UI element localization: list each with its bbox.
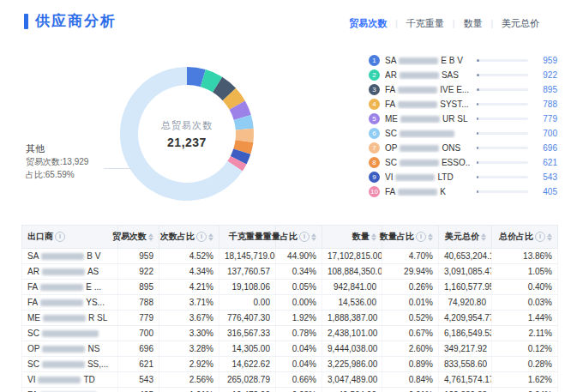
exporter-link[interactable]: MER SL (22, 311, 118, 326)
exporter-link[interactable]: FAYS... (22, 295, 118, 311)
table-cell: 4,761,574.17 (439, 372, 492, 388)
table-cell: 4.21% (159, 280, 219, 295)
legend-item[interactable]: 2ARSAS922 (369, 69, 557, 81)
info-icon[interactable]: i (196, 232, 207, 242)
legend-item[interactable]: 1SAE B V959 (369, 55, 557, 66)
table-cell: 779 (118, 311, 159, 326)
legend-value: 779 (535, 114, 557, 124)
column-header-1: 出口商i (22, 226, 118, 249)
info-icon[interactable]: i (55, 232, 65, 242)
legend-bar-fill (477, 161, 478, 164)
redacted-text (42, 268, 85, 275)
exporter-link[interactable]: SAB V (22, 249, 118, 264)
donut-segment-rank-7[interactable] (236, 129, 254, 142)
column-header-9[interactable]: 总价占比i (492, 226, 558, 249)
exporter-link[interactable]: SCSS,... (22, 357, 118, 372)
legend-value: 788 (535, 100, 557, 109)
legend-value: 922 (535, 70, 557, 80)
legend-item[interactable]: 10FAK405 (369, 186, 557, 197)
table-cell: 0.67% (382, 326, 439, 341)
legend-item[interactable]: 5MEUR SL779 (369, 113, 557, 124)
table-cell: 788 (118, 295, 159, 311)
sort-icon[interactable] (148, 233, 153, 241)
legend-bar-fill (477, 147, 478, 149)
table-cell: 3.67% (159, 311, 219, 326)
legend-bar (477, 103, 528, 106)
sort-icon[interactable] (371, 233, 376, 241)
info-icon[interactable]: i (416, 232, 426, 242)
metric-tab-4[interactable]: 美元总价 (493, 17, 548, 30)
redacted-text (42, 346, 85, 353)
info-icon[interactable]: i (299, 232, 310, 242)
rank-badge: 8 (369, 157, 380, 168)
table-cell: 0.03% (492, 295, 558, 311)
table-cell: 696 (118, 341, 159, 357)
table-cell: 0.26% (382, 280, 439, 295)
legend-item[interactable]: 9VILTD543 (369, 172, 557, 183)
info-icon[interactable]: i (535, 232, 545, 242)
exporter-link[interactable]: OPNS (22, 341, 118, 357)
column-header-5[interactable]: 重量占比i (276, 226, 322, 249)
redacted-text (40, 299, 83, 306)
supplier-name: FASYST... (385, 100, 470, 109)
column-header-7[interactable]: 数量占比i (382, 226, 439, 249)
exporter-link[interactable]: VITD (22, 372, 118, 388)
column-header-6[interactable]: 数量 (322, 226, 382, 249)
legend-value: 696 (535, 143, 557, 153)
table-cell: 3.28% (159, 341, 219, 357)
exporter-link[interactable]: FA (22, 388, 118, 392)
supplier-name: SAE B V (385, 56, 470, 65)
legend-item[interactable]: 6SC700 (369, 128, 557, 139)
table-cell: 2.56% (159, 372, 219, 388)
metric-tab-1[interactable]: 贸易次数 (340, 17, 395, 30)
table-cell: 0.04% (276, 341, 322, 357)
table-cell: 4.70% (382, 249, 439, 264)
legend-value: 543 (535, 172, 557, 182)
table-row: ARAS9224.34%137,760.570.34%108,884,350.0… (22, 264, 558, 280)
supplier-analysis-page: 供应商分析 贸易次数|千克重量|数量|美元总价 总贸易次数 21,237 其他 … (0, 0, 565, 392)
exporter-link[interactable]: ARAS (22, 264, 118, 280)
sort-icon[interactable] (208, 233, 213, 241)
legend-item[interactable]: 7OPONS696 (369, 142, 557, 154)
table-cell: 0.84% (382, 372, 439, 388)
legend-item[interactable]: 4FASYST...788 (369, 99, 557, 110)
metric-tab-2[interactable]: 千克重量 (398, 17, 453, 30)
others-label: 其他 (26, 142, 88, 155)
table-cell: 0.03% (276, 388, 322, 392)
table-cell: 4,209,954.77 (439, 311, 492, 326)
redacted-text (398, 87, 437, 93)
table-cell: 0.04% (492, 388, 558, 392)
table-cell: 316,567.33 (219, 326, 276, 341)
table-cell: 1,888,387.00 (322, 311, 382, 326)
redacted-text (400, 160, 439, 166)
column-header-3[interactable]: 次数占比i (159, 226, 219, 249)
legend-item[interactable]: 8SCESSO...621 (369, 157, 557, 168)
supplier-name: SCESSO... (385, 158, 470, 167)
table-cell: 543 (118, 372, 159, 388)
table-cell: 74,920.80 (439, 295, 492, 311)
others-leader-line (104, 168, 131, 169)
rank-badge: 4 (369, 99, 380, 110)
table-cell: 29.94% (382, 264, 439, 280)
sort-icon[interactable] (428, 233, 433, 241)
table-cell: 922 (118, 264, 159, 280)
column-header-8[interactable]: 美元总价 (439, 226, 492, 249)
metric-tab-3[interactable]: 数量 (454, 17, 490, 30)
table-cell: 621 (118, 357, 159, 372)
legend-bar-fill (477, 132, 478, 135)
redacted-text (42, 330, 99, 337)
legend-bar (477, 147, 528, 149)
exporter-link[interactable]: FAE ... (22, 280, 118, 295)
sort-icon[interactable] (547, 233, 552, 241)
table-cell: 0.12% (492, 341, 558, 357)
legend-item[interactable]: 3FAIVE E...895 (369, 84, 557, 95)
legend-bar (477, 176, 528, 178)
table-cell: 3.71% (159, 295, 219, 311)
sort-icon[interactable] (311, 233, 316, 241)
exporter-link[interactable]: SC (22, 326, 118, 341)
legend-bar-fill (477, 74, 479, 76)
sort-icon[interactable] (481, 233, 486, 241)
supplier-name: FAIVE E... (385, 85, 470, 94)
table-cell: 4.52% (159, 249, 219, 264)
column-header-2[interactable]: 贸易次数 (118, 226, 159, 249)
